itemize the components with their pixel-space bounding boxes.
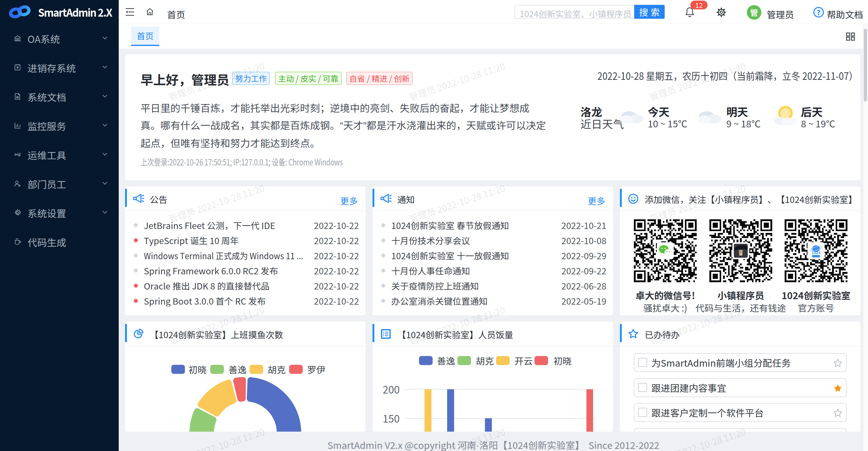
svg-text:1024: 1024 [812, 250, 821, 255]
